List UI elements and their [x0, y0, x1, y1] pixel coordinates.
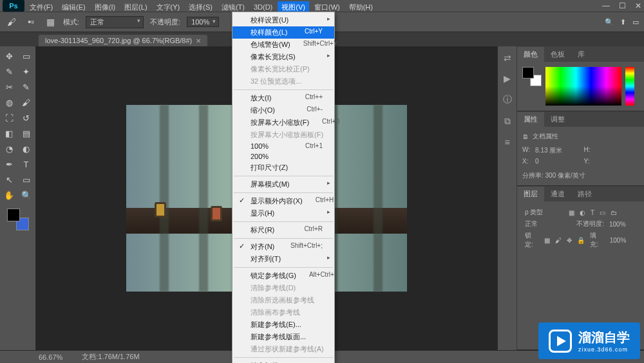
menu-item[interactable]: 标尺(R)Ctrl+R: [232, 224, 334, 236]
menu-item[interactable]: 像素长宽比(S): [232, 51, 334, 63]
tab-color[interactable]: 颜色: [517, 47, 544, 62]
pen-tool-icon[interactable]: ✒: [1, 157, 17, 171]
color-spectrum[interactable]: [545, 67, 621, 106]
menu-item[interactable]: 100%Ctrl+1: [232, 141, 334, 151]
menu-10[interactable]: 帮助(H): [345, 1, 377, 14]
status-docinfo[interactable]: 文档:1.76M/1.76M: [82, 352, 139, 362]
prop-w-label: W:: [522, 146, 530, 155]
close-tab-icon[interactable]: ✕: [196, 37, 201, 44]
eraser-tool-icon[interactable]: ◧: [1, 126, 17, 140]
filter-pixel-icon[interactable]: ▦: [569, 209, 574, 216]
lock-pixels-icon[interactable]: 🖌: [555, 237, 562, 244]
opacity-dropdown[interactable]: 100%: [187, 17, 219, 27]
marquee-tool-icon[interactable]: ▭: [19, 49, 34, 63]
menu-item[interactable]: 对齐到(T): [232, 253, 334, 265]
window-close-icon[interactable]: ✕: [635, 1, 641, 10]
status-zoom[interactable]: 66.67%: [39, 353, 62, 361]
tab-libraries[interactable]: 库: [571, 47, 591, 62]
menu-1[interactable]: 编辑(E): [58, 1, 90, 14]
window-restore-icon[interactable]: ☐: [619, 1, 626, 10]
menu-item[interactable]: 锁定参考线(G)Alt+Ctrl+;: [232, 270, 334, 282]
filter-type-icon[interactable]: T: [591, 209, 594, 216]
menu-item[interactable]: 200%: [232, 151, 334, 162]
foreground-swatch[interactable]: [7, 209, 20, 221]
panel-icon-adjustments[interactable]: ⇄: [504, 53, 511, 63]
brush-tool-icon[interactable]: 🖌: [19, 95, 34, 109]
menu-item: 通过形状新建参考线(A): [232, 343, 334, 355]
lock-position-icon[interactable]: ✥: [567, 237, 572, 244]
zoom-tool-icon[interactable]: 🔍: [19, 188, 34, 202]
tab-paths[interactable]: 路径: [571, 187, 598, 201]
tab-adjustments[interactable]: 调整: [544, 112, 571, 127]
filter-smart-icon[interactable]: 🗀: [611, 209, 617, 216]
window-minimize-icon[interactable]: —: [602, 1, 610, 10]
menu-item: 按屏幕大小缩放画板(F): [232, 129, 334, 141]
lock-all-icon[interactable]: 🔒: [577, 237, 585, 244]
filter-adjust-icon[interactable]: ◐: [580, 209, 585, 216]
menu-item[interactable]: 锁定切片(K): [232, 360, 334, 363]
hand-tool-icon[interactable]: ✋: [1, 188, 17, 202]
tab-properties[interactable]: 属性: [517, 112, 544, 127]
menu-item[interactable]: 新建参考线(E)...: [232, 319, 334, 331]
healing-tool-icon[interactable]: ◍: [1, 95, 17, 109]
quickselect-tool-icon[interactable]: ✦: [19, 64, 34, 79]
menu-0[interactable]: 文件(F): [26, 1, 57, 14]
menu-item[interactable]: 校样颜色(L)Ctrl+Y: [232, 26, 334, 39]
quickshare-icon[interactable]: ⬆: [620, 18, 626, 26]
document-tab[interactable]: love-3011345_960_720.jpg @ 66.7%(RGB/8#)…: [39, 35, 207, 46]
hue-strip[interactable]: [625, 67, 634, 106]
menubar[interactable]: 文件(F)编辑(E)图像(I)图层(L)文字(Y)选择(S)滤镜(T)3D(D)…: [0, 3, 644, 12]
workspace-switcher-icon[interactable]: ▭: [632, 18, 639, 26]
search-icon[interactable]: 🔍: [605, 18, 614, 26]
menu-item[interactable]: 校样设置(U): [232, 14, 334, 26]
brush-panel-icon[interactable]: ▦: [44, 15, 57, 28]
dodge-tool-icon[interactable]: ◐: [19, 142, 34, 156]
tab-swatches[interactable]: 色板: [544, 47, 571, 62]
lasso-tool-icon[interactable]: ✎: [1, 64, 17, 79]
panel-icon-play[interactable]: ▶: [504, 73, 511, 84]
menu-4[interactable]: 文字(Y): [153, 1, 184, 14]
tab-channels[interactable]: 通道: [544, 187, 571, 201]
prop-x-value: 0: [535, 158, 578, 165]
layer-filter-dropdown[interactable]: ρ 类型: [525, 208, 564, 217]
menu-2[interactable]: 图像(I): [91, 1, 119, 14]
menu-item[interactable]: 缩小(O)Ctrl+-: [232, 104, 334, 116]
layer-blend-dropdown[interactable]: 正常: [525, 219, 564, 228]
menu-item[interactable]: 打印尺寸(Z): [232, 162, 334, 174]
menu-item[interactable]: 对齐(N)Shift+Ctrl+;✓: [232, 241, 334, 253]
layer-opacity-dropdown[interactable]: 100%: [609, 221, 636, 228]
brush-preset-icon[interactable]: •9: [24, 15, 37, 28]
tool-preset-icon[interactable]: 🖌: [5, 15, 18, 28]
menu-item[interactable]: 显示额外内容(X)Ctrl+H✓: [232, 195, 334, 207]
move-tool-icon[interactable]: ✥: [1, 49, 17, 63]
menu-item[interactable]: 放大(I)Ctrl++: [232, 92, 334, 104]
menu-item[interactable]: 色域警告(W)Shift+Ctrl+Y: [232, 39, 334, 51]
blur-tool-icon[interactable]: ◔: [1, 142, 17, 156]
menu-3[interactable]: 图层(L): [120, 1, 151, 14]
lock-transparent-icon[interactable]: ▦: [544, 237, 550, 244]
gradient-tool-icon[interactable]: ▤: [19, 126, 34, 140]
menu-item[interactable]: 按屏幕大小缩放(F)Ctrl+0: [232, 116, 334, 129]
type-tool-icon[interactable]: T: [19, 157, 34, 171]
shape-tool-icon[interactable]: ▭: [19, 172, 34, 187]
prop-res-label: 分辨率:: [522, 172, 544, 179]
panel-icon-swatches[interactable]: ⧉: [504, 116, 511, 127]
menu-7[interactable]: 3D(D): [250, 2, 276, 12]
blend-mode-dropdown[interactable]: 正常: [86, 16, 144, 28]
menu-item[interactable]: 新建参考线版面...: [232, 331, 334, 343]
color-swatches[interactable]: [7, 209, 29, 230]
path-tool-icon[interactable]: ↖: [1, 172, 17, 187]
menu-item[interactable]: 屏幕模式(M): [232, 178, 334, 191]
stamp-tool-icon[interactable]: ⛶: [1, 111, 17, 125]
color-mini-swatch[interactable]: [522, 67, 542, 86]
panel-icon-styles[interactable]: ≡: [504, 137, 509, 147]
crop-tool-icon[interactable]: ✂: [1, 80, 17, 94]
eyedropper-tool-icon[interactable]: ✎: [19, 80, 34, 94]
history-brush-icon[interactable]: ↺: [19, 111, 34, 125]
menu-5[interactable]: 选择(S): [185, 1, 216, 14]
layer-fill-dropdown[interactable]: 100%: [610, 237, 636, 244]
tab-layers[interactable]: 图层: [517, 187, 544, 201]
panel-icon-info[interactable]: ⓘ: [503, 94, 512, 106]
filter-shape-icon[interactable]: ▭: [600, 209, 605, 216]
menu-item[interactable]: 显示(H): [232, 207, 334, 219]
